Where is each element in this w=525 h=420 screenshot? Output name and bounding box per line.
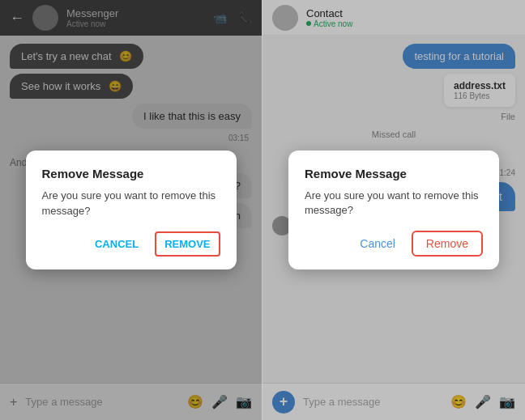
dialog-body: Are you sure you want to remove this mes… — [305, 189, 483, 218]
dialog-body: Are you sure you want to remove this mes… — [42, 189, 220, 218]
dialog-overlay-right: Remove Message Are you sure you want to … — [262, 0, 525, 420]
left-panel: ← Messenger Active now 📹 📞 Let's try a n… — [0, 0, 262, 420]
cancel-button[interactable]: CANCEL — [87, 231, 147, 257]
dialog-title: Remove Message — [42, 167, 220, 180]
remove-message-dialog-left: Remove Message Are you sure you want to … — [26, 151, 237, 269]
cancel-button[interactable]: Cancel — [352, 231, 403, 257]
remove-button[interactable]: REMOVE — [155, 231, 220, 257]
dialog-buttons: Cancel Remove — [305, 231, 483, 257]
remove-message-dialog-right: Remove Message Are you sure you want to … — [288, 151, 499, 269]
dialog-buttons: CANCEL REMOVE — [42, 231, 220, 257]
right-panel: Contact Active now testing for a tutoria… — [262, 0, 525, 420]
dialog-overlay-left: Remove Message Are you sure you want to … — [0, 0, 262, 420]
remove-button[interactable]: Remove — [412, 231, 483, 257]
dialog-title: Remove Message — [305, 167, 483, 180]
